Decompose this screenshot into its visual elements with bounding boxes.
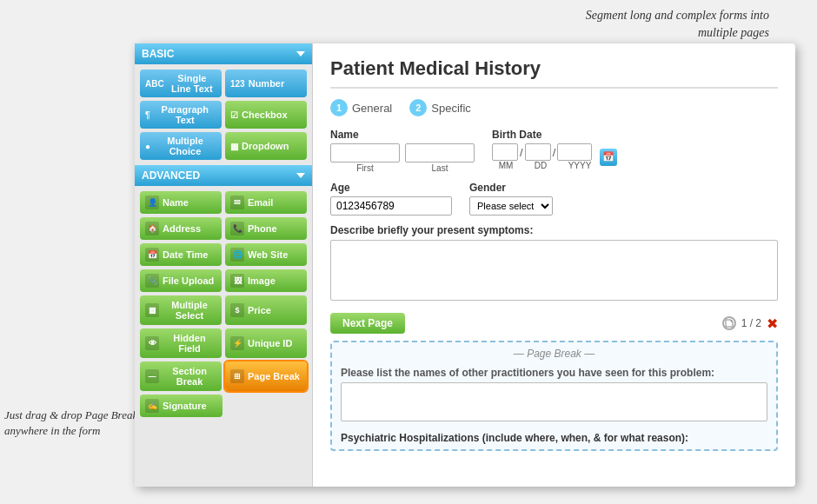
date-labels: MM DD YYYY — [492, 161, 598, 170]
tool-hiddenfield-label: Hidden Field — [163, 333, 216, 354]
mm-input[interactable] — [492, 143, 518, 161]
tool-single-line-text[interactable]: ABC Single Line Text — [140, 70, 222, 97]
price-icon: $ — [230, 303, 244, 317]
website-icon: 🌐 — [230, 248, 244, 262]
tool-number[interactable]: 123 Number — [225, 70, 307, 97]
gender-select[interactable]: Please select Male Female Other — [469, 196, 553, 216]
form-pages: 1 General 2 Specific — [330, 99, 778, 116]
page-1-label: General — [352, 102, 392, 115]
datetime-icon: 📅 — [145, 248, 159, 262]
left-panel: BASIC ABC Single Line Text 123 Number ¶ … — [135, 43, 313, 487]
symptoms-label: Describe briefly your present symptoms: — [330, 224, 778, 236]
name-group: Name First Last — [330, 129, 475, 173]
advanced-section-header: ADVANCED — [135, 165, 312, 186]
tool-multiple-select[interactable]: ▦ Multiple Select — [140, 295, 222, 325]
tool-address-label: Address — [163, 223, 201, 234]
yyyy-input[interactable] — [557, 143, 592, 161]
form-title: Patient Medical History — [330, 57, 778, 89]
tool-website-label: Web Site — [248, 249, 288, 260]
tool-page-break[interactable]: ⊞ Page Break — [225, 361, 307, 391]
birth-date-fields: / / — [492, 143, 598, 161]
psychiatric-label: Psychiatric Hospitalizations (include wh… — [341, 432, 767, 444]
next-page-button[interactable]: Next Page — [330, 313, 405, 334]
section-break-icon: — — [145, 369, 159, 383]
first-label: First — [356, 163, 373, 173]
age-gender-row: Age Gender Please select Male Female Oth… — [330, 182, 778, 216]
advanced-tools-grid: 👤 Name ✉ Email 🏠 Address 📞 Phone 📅 Date … — [135, 186, 312, 422]
tool-file-upload[interactable]: 📎 File Upload — [140, 269, 222, 292]
tool-number-label: Number — [249, 78, 285, 89]
last-name-sub: Last — [405, 143, 475, 173]
tool-dropdown[interactable]: ▦ Dropdown — [225, 132, 307, 160]
first-name-input[interactable] — [330, 143, 400, 162]
paragraph-icon: ¶ — [145, 110, 150, 120]
tool-price-label: Price — [248, 305, 271, 315]
practitioners-label: Please list the names of other practitio… — [341, 367, 767, 379]
age-input[interactable] — [330, 196, 452, 216]
gender-label: Gender — [469, 182, 553, 194]
page-count: 1 / 2 — [741, 317, 761, 329]
date-sep-1: / — [520, 146, 523, 159]
tool-price[interactable]: $ Price — [225, 295, 307, 325]
tool-single-line-text-label: Single Line Text — [168, 73, 216, 94]
phone-icon: 📞 — [230, 222, 244, 235]
page-break-label: — Page Break — — [341, 348, 767, 360]
tool-pagebreak-label: Page Break — [248, 371, 300, 381]
tool-multiple-choice[interactable]: ● Multiple Choice — [140, 132, 222, 160]
basic-section-header: BASIC — [135, 43, 312, 64]
practitioners-textarea[interactable] — [341, 382, 767, 421]
tool-section-break[interactable]: — Section Break — [140, 361, 222, 391]
yyyy-label: YYYY — [561, 161, 598, 170]
email-icon: ✉ — [230, 196, 244, 209]
checkbox-icon: ☑ — [230, 110, 238, 120]
unique-id-icon: ⚡ — [230, 336, 244, 350]
name-fields: First Last — [330, 143, 475, 173]
name-birthdate-row: Name First Last Birth Date — [330, 129, 778, 173]
page-2-number: 2 — [409, 99, 427, 116]
tool-paragraph-label: Paragraph Text — [154, 104, 216, 125]
multiple-select-icon: ▦ — [145, 303, 159, 317]
date-sep-2: / — [553, 146, 556, 159]
tool-date-time[interactable]: 📅 Date Time — [140, 243, 222, 266]
tool-multiple-choice-label: Multiple Choice — [154, 136, 216, 156]
tool-image-label: Image — [248, 275, 276, 286]
tool-address[interactable]: 🏠 Address — [140, 217, 222, 240]
tool-email-label: Email — [248, 197, 273, 208]
basic-collapse-arrow[interactable] — [296, 51, 305, 56]
advanced-header-label: ADVANCED — [142, 169, 200, 182]
dd-input[interactable] — [525, 143, 551, 161]
basic-tools-grid: ABC Single Line Text 123 Number ¶ Paragr… — [135, 64, 312, 165]
tool-signature[interactable]: ✍ Signature — [140, 395, 223, 417]
basic-header-label: BASIC — [142, 48, 174, 60]
page-2-indicator[interactable]: 2 Specific — [409, 99, 471, 116]
last-label: Last — [432, 163, 448, 173]
calendar-icon[interactable]: 📅 — [600, 149, 617, 166]
last-name-input[interactable] — [405, 143, 475, 162]
tool-sectionbreak-label: Section Break — [163, 366, 216, 387]
tool-unique-id[interactable]: ⚡ Unique ID — [225, 328, 307, 358]
page-break-icon: ⊞ — [230, 369, 244, 383]
page-1-indicator[interactable]: 1 General — [330, 99, 392, 116]
tool-multiselect-label: Multiple Select — [163, 300, 216, 321]
page-break-section: — Page Break — Please list the names of … — [330, 341, 778, 451]
tool-image[interactable]: 🖼 Image — [225, 269, 307, 292]
symptoms-section: Describe briefly your present symptoms: — [330, 224, 778, 304]
birth-date-label: Birth Date — [492, 129, 617, 141]
tool-name-label: Name — [163, 197, 189, 208]
tool-website[interactable]: 🌐 Web Site — [225, 243, 307, 266]
symptoms-textarea[interactable] — [330, 240, 778, 301]
file-upload-icon: 📎 — [145, 274, 159, 288]
delete-icon[interactable]: ✖ — [767, 315, 778, 332]
tool-paragraph-text[interactable]: ¶ Paragraph Text — [140, 101, 222, 129]
advanced-collapse-arrow[interactable] — [296, 173, 305, 178]
tool-phone[interactable]: 📞 Phone — [225, 217, 307, 240]
birth-date-group: Birth Date / / MM DD — [492, 129, 617, 173]
tool-email[interactable]: ✉ Email — [225, 191, 307, 214]
annotation-top-right: Segment long and complex forms into mult… — [569, 7, 769, 41]
multiple-choice-icon: ● — [145, 142, 150, 151]
image-icon: 🖼 — [230, 274, 244, 288]
tool-datetime-label: Date Time — [163, 249, 208, 260]
tool-hidden-field[interactable]: 👁 Hidden Field — [140, 328, 222, 358]
tool-name[interactable]: 👤 Name — [140, 191, 222, 214]
tool-checkbox[interactable]: ☑ Checkbox — [225, 101, 307, 129]
